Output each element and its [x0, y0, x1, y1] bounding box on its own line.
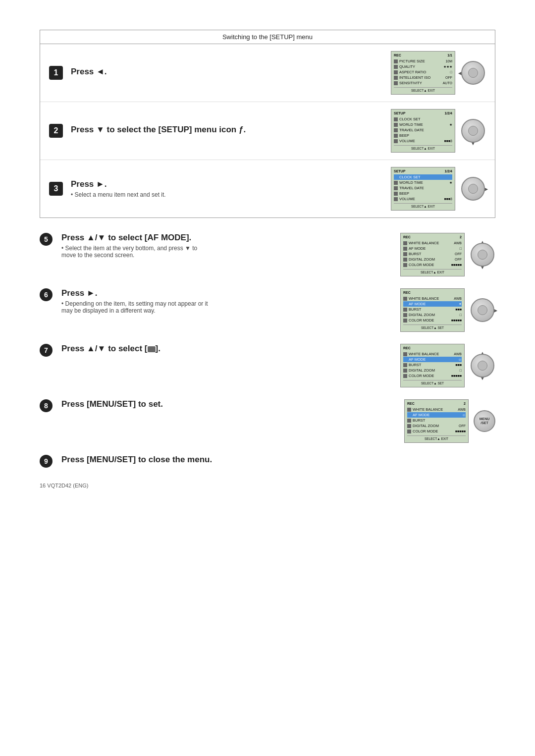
lcd-2-footer: SELECT▲ EXIT	[394, 145, 452, 150]
page-footer: 16 VQT2D42 (ENG)	[40, 483, 495, 488]
row-text: AF MODE	[409, 357, 426, 362]
step-7-badge: 7	[40, 344, 53, 357]
row-text: BURST	[409, 307, 421, 312]
menu-set-button[interactable]: MENU/SET	[474, 410, 495, 432]
row-icon	[407, 413, 411, 417]
dial-button[interactable]	[461, 61, 485, 85]
dial-button[interactable]	[471, 243, 494, 267]
step-8-outer: 8 Press [MENU/SET] to set. REC 2 WHITE B…	[40, 399, 495, 443]
step-1-label: Press ◄.	[71, 67, 383, 77]
dial-button[interactable]	[471, 298, 494, 322]
row-text: COLOR MODE	[409, 263, 434, 267]
step-5-badge: 5	[40, 233, 53, 246]
step-3-label: Press ►.	[71, 179, 383, 189]
row-text: QUALITY	[399, 64, 415, 69]
lcd-row: QUALITY ★★★	[394, 64, 452, 69]
step-2-label: Press ▼ to select the [SETUP] menu icon …	[71, 125, 383, 135]
dial-center	[478, 361, 487, 371]
lcd-row: AF MODE □	[403, 246, 462, 251]
step-5-content: Press ▲/▼ to select [AF MODE]. • Select …	[61, 233, 495, 276]
row-icon	[394, 65, 398, 69]
row-text: WHITE BALANCE	[413, 407, 443, 412]
row-icon	[403, 263, 407, 267]
lcd-2-mode: SETUP	[394, 111, 405, 115]
step-9-content: Press [MENU/SET] to close the menu.	[61, 455, 495, 467]
lcd-row: VOLUME ■■■3	[394, 196, 452, 202]
step-8-right: REC 2 WHITE BALANCE AWB AF MODE ☺ BURST	[404, 399, 495, 443]
lcd-row: COLOR MODE ■■■■■	[403, 262, 462, 268]
step-3-right: SETUP 1/2/4 CLOCK SET WORLD TIME ★ TRAVE…	[391, 167, 486, 211]
step-6-outer: 6 Press ►. • Depending on the item, its …	[40, 288, 495, 332]
row-text: BURST	[409, 363, 421, 367]
lcd-row: DIGITAL ZOOM □	[403, 368, 462, 373]
step-6-sub2: may be displayed in a different way.	[61, 307, 392, 314]
step-7-content: Press ▲/▼ to select []. REC WHITE BALANC…	[61, 344, 495, 387]
step-3-row: 3 Press ►. • Select a menu item next and…	[40, 160, 495, 217]
dial-center	[468, 126, 478, 136]
row-val: OFF	[455, 258, 462, 261]
step-5-right: REC 2 WHITE BALANCE AWB AF MODE □ BURST …	[400, 233, 495, 276]
lcd-1-page: 1/1	[447, 54, 452, 57]
row-val: AUTO	[443, 81, 452, 85]
lcd-row: BURST ■■■	[403, 307, 462, 312]
row-text: BURST	[413, 418, 425, 423]
row-icon	[394, 128, 398, 132]
dial-button[interactable]	[461, 119, 485, 143]
lcd-row: WORLD TIME ★	[394, 180, 452, 185]
row-val: OFF	[459, 424, 466, 428]
row-text: AF MODE	[413, 413, 429, 417]
row-val: □	[450, 70, 452, 74]
row-icon	[407, 408, 411, 412]
row-text: INTELLIGENT ISO	[399, 75, 430, 80]
lcd-row: BEEP	[394, 133, 452, 138]
lcd-row-highlighted: CLOCK SET	[394, 174, 452, 180]
dial-button[interactable]	[471, 354, 494, 378]
lcd-row: WHITE BALANCE AWB	[407, 407, 466, 412]
lcd-row-highlighted: AF MODE ☺	[403, 357, 462, 362]
row-icon	[403, 308, 407, 312]
dial-button[interactable]	[461, 177, 485, 201]
lcd-5-page: 2	[460, 235, 462, 239]
lcd-5-mode: REC	[403, 235, 411, 239]
lcd-3-header: SETUP 1/2/4	[394, 169, 452, 173]
lcd-8-page: 2	[464, 402, 466, 405]
step-9-badge: 9	[40, 455, 53, 468]
row-val: □	[460, 313, 462, 317]
lcd-row-highlighted: AF MODE ✦	[403, 301, 462, 307]
lcd-row: COLOR MODE ■■■■■	[407, 429, 466, 434]
row-text: TRAVEL DATE	[399, 186, 424, 190]
lcd-3-page: 1/2/4	[444, 169, 452, 173]
dial-center	[478, 250, 487, 260]
lcd-row: BEEP	[394, 191, 452, 196]
step-6-label: Press ►.	[61, 288, 392, 298]
step-9-outer: 9 Press [MENU/SET] to close the menu.	[40, 455, 495, 468]
lcd-5-footer: SELECT▲ EXIT	[403, 269, 462, 274]
lcd-row: WHITE BALANCE AWB	[403, 240, 462, 246]
step-8-badge: 8	[40, 399, 53, 412]
row-icon	[394, 192, 398, 196]
row-val: ★	[449, 123, 452, 127]
row-text: DIGITAL ZOOM	[409, 257, 435, 262]
row-icon	[403, 319, 407, 323]
row-val: ★	[449, 181, 452, 185]
lcd-row: BURST ■■■	[403, 362, 462, 368]
row-icon	[394, 70, 398, 74]
row-icon	[394, 81, 398, 85]
step-5-lcd: REC 2 WHITE BALANCE AWB AF MODE □ BURST …	[400, 233, 465, 276]
step-2-row: 2 Press ▼ to select the [SETUP] menu ico…	[40, 102, 495, 160]
row-text: AF MODE	[409, 302, 426, 306]
row-icon	[394, 186, 398, 190]
lcd-row: COLOR MODE ■■■■■	[403, 318, 462, 323]
row-text: WORLD TIME	[399, 122, 423, 127]
step-8-content: Press [MENU/SET] to set. REC 2 WHITE BAL…	[61, 399, 495, 443]
row-val: ■■■	[455, 363, 462, 367]
row-val: □	[460, 247, 462, 250]
lcd-row: DIGITAL ZOOM OFF	[403, 257, 462, 262]
row-icon	[394, 123, 398, 127]
row-val: ■■■■■	[455, 430, 466, 433]
row-val: ☺	[458, 358, 462, 361]
dial-center	[468, 68, 478, 78]
step-7-dial: ▲ ▼	[470, 353, 495, 378]
row-text: COLOR MODE	[413, 429, 438, 433]
row-val: AWB	[454, 297, 462, 300]
